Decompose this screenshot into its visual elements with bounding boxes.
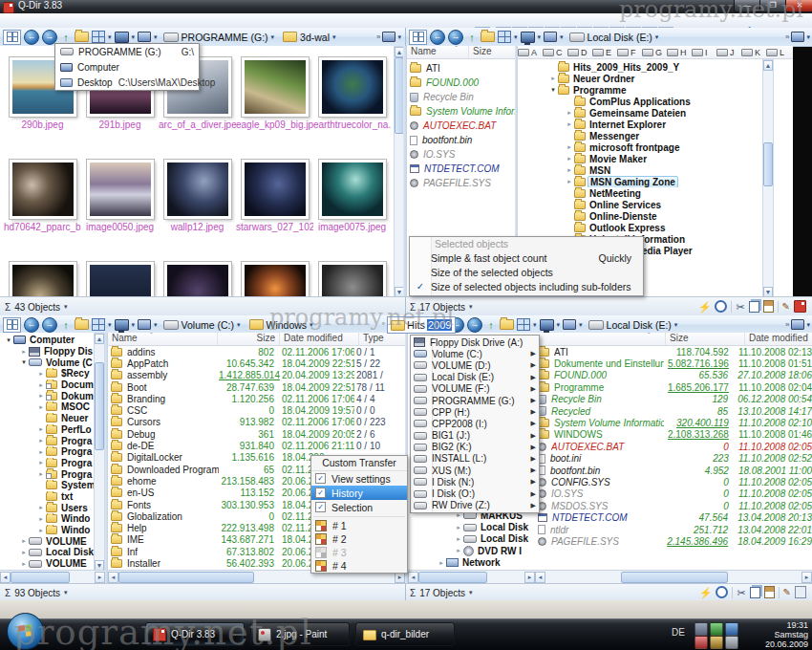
chevron-down-icon[interactable]: ▾: [154, 321, 158, 329]
desktop-button[interactable]: [540, 319, 554, 331]
tree-item[interactable]: DVD RW I: [427, 545, 535, 556]
views-button[interactable]: [498, 31, 511, 43]
drive-letter-button[interactable]: L: [766, 48, 791, 57]
tree-item[interactable]: MSN: [518, 164, 783, 176]
file-row[interactable]: Recycle Bin 129 06.12.2008 00:54: [535, 394, 812, 405]
edit-icon[interactable]: ✎: [782, 301, 790, 313]
transfer-slot-item[interactable]: # 3: [311, 546, 407, 559]
menu-item[interactable]: [13, 21, 27, 23]
task-button[interactable]: Q-Dir 3.83: [145, 622, 245, 646]
tree-item[interactable]: Online-Dienste: [518, 210, 783, 222]
drive-menu-item[interactable]: PROGRAMME (G:) ▶: [411, 395, 539, 406]
file-row[interactable]: WINDOWS 2.108.313.268 11.10.2008 01:46: [535, 429, 812, 441]
drive-combo[interactable]: PROGRAMME (G:) ▾: [160, 30, 278, 44]
refresh-bolt-icon[interactable]: ⚡: [698, 301, 712, 313]
file-row[interactable]: CONFIG.SYS 0 11.10.2008 02:05: [535, 476, 812, 488]
chevron-down-icon[interactable]: ▾: [533, 321, 537, 329]
file-row[interactable]: AppPatch 10.645.342 18.04.2009 22:51 5 /…: [108, 358, 405, 369]
dropdown-item[interactable]: Desktop C:\Users\MaX\Desktop: [55, 75, 199, 90]
drive-letter-button[interactable]: I: [692, 48, 716, 57]
expander-icon[interactable]: [36, 527, 46, 534]
chevron-down-icon[interactable]: ▾: [154, 33, 158, 41]
expander-icon[interactable]: [565, 143, 574, 151]
expander-icon[interactable]: [19, 560, 29, 568]
tree-item[interactable]: Programme: [518, 84, 783, 96]
tree-item[interactable]: Network: [427, 557, 535, 569]
tree-item[interactable]: Movie Maker: [518, 153, 783, 164]
tree-item[interactable]: Windo: [0, 513, 95, 525]
drive-letter-button[interactable]: C: [543, 48, 567, 57]
chevron-down-icon[interactable]: ▾: [237, 321, 241, 329]
history-clock-icon[interactable]: [716, 586, 728, 598]
chevron-down-icon[interactable]: ▾: [332, 33, 336, 41]
drive-menu-item[interactable]: CPP2008 (I:) ▶: [411, 418, 539, 429]
tree-item[interactable]: Internet Explorer: [518, 119, 783, 130]
tree-item[interactable]: Windo: [0, 525, 95, 536]
tree-item[interactable]: Online Services: [518, 199, 783, 210]
tree-item[interactable]: ComPlus Applications: [518, 96, 783, 107]
toolbar-overflow[interactable]: »▾: [785, 30, 810, 44]
expander-icon[interactable]: [36, 392, 46, 400]
tray-icon[interactable]: [694, 636, 708, 649]
tree-item[interactable]: Users: [0, 502, 95, 513]
history-clock-icon[interactable]: [715, 300, 727, 313]
tray-icon[interactable]: [710, 636, 723, 649]
drive-menu-item[interactable]: I Disk (N:) ▶: [411, 476, 539, 488]
checkbox-icon[interactable]: [315, 502, 326, 512]
chevron-down-icon[interactable]: ▾: [271, 33, 275, 41]
tree-item[interactable]: Progra: [0, 468, 95, 480]
menu-item[interactable]: ✓ Size of the selected objects: [410, 265, 643, 279]
computer-button[interactable]: [138, 319, 151, 330]
file-row[interactable]: FOUND.000: [407, 76, 515, 90]
column-header-size[interactable]: Size: [469, 46, 515, 58]
refresh-bolt-icon[interactable]: ⚡: [699, 587, 713, 598]
menu-item[interactable]: [0, 21, 13, 23]
menu-item[interactable]: [67, 21, 80, 23]
chevron-down-icon[interactable]: ▾: [469, 589, 473, 596]
tree-item[interactable]: Local Disk: [427, 521, 535, 532]
paste-icon[interactable]: [763, 300, 774, 313]
transfer-slot-item[interactable]: # 4: [311, 559, 407, 573]
maximize-button[interactable]: ❐: [759, 0, 786, 12]
thumbnail[interactable]: [236, 252, 313, 296]
file-row[interactable]: NTDETECT.COM: [407, 162, 515, 176]
expander-icon[interactable]: [4, 336, 13, 344]
tree-item[interactable]: Neuer: [0, 413, 95, 424]
computer-button[interactable]: [138, 32, 151, 42]
drive-letter-button[interactable]: H: [667, 48, 692, 57]
pane-layout-button[interactable]: [409, 30, 427, 45]
drive-letter-button[interactable]: J: [716, 48, 741, 57]
thumbnail[interactable]: wallp12.jpeg: [159, 150, 236, 252]
tree-item[interactable]: txt: [0, 491, 95, 503]
copy-icon[interactable]: [750, 587, 760, 598]
cut-icon[interactable]: ✂: [736, 301, 744, 313]
toolbar-overflow[interactable]: »▾: [376, 30, 401, 44]
expander-icon[interactable]: [36, 504, 46, 511]
new-folder-button[interactable]: [500, 319, 514, 330]
list-hscrollbar[interactable]: ◂ ▸: [535, 570, 812, 583]
file-row[interactable]: Cursors 913.982 02.11.2006 17:06 0 / 223: [108, 417, 405, 428]
file-row[interactable]: IO.SYS 0 11.10.2008 02:05: [535, 488, 812, 500]
file-row[interactable]: Recycle Bin: [407, 90, 515, 104]
expander-icon[interactable]: [19, 348, 29, 356]
column-header-date[interactable]: Date modified: [745, 333, 812, 345]
file-row[interactable]: CSC 0 18.04.2009 19:57 0 / 0: [108, 404, 405, 416]
column-header-date[interactable]: Date modified: [280, 333, 359, 345]
new-folder-button[interactable]: [75, 32, 89, 42]
expander-icon[interactable]: [454, 547, 463, 554]
drive-letter-button[interactable]: E: [592, 48, 617, 57]
drive-letter-button[interactable]: A: [518, 48, 543, 57]
file-row[interactable]: bootfont.bin: [407, 133, 515, 147]
file-row[interactable]: PAGEFILE.SYS 2.145.386.496 18.04.2009 16…: [535, 535, 812, 547]
transfer-slot-item[interactable]: # 1: [311, 519, 407, 532]
chevron-down-icon[interactable]: ▾: [560, 33, 564, 41]
expander-icon[interactable]: [19, 537, 29, 545]
edit-icon[interactable]: ✎: [783, 587, 791, 598]
folder-combo[interactable]: 3d-wal ▾: [280, 30, 338, 44]
column-header-name[interactable]: Name: [108, 333, 218, 345]
file-row[interactable]: Boot 28.747.639 18.04.2009 22:51 78 / 11: [108, 381, 405, 393]
column-header-type[interactable]: Type: [359, 333, 405, 345]
file-row[interactable]: Debug 361 18.04.2009 20:05 2 / 6: [108, 428, 405, 440]
up-button[interactable]: ↑: [485, 319, 497, 331]
menu-item[interactable]: [53, 21, 67, 23]
